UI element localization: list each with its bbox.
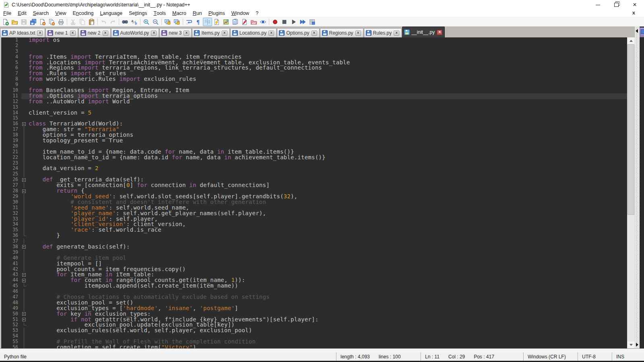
fold-marker-icon[interactable] — [21, 188, 27, 194]
fold-marker-icon[interactable] — [21, 278, 27, 283]
menu-search[interactable]: Search — [30, 10, 52, 17]
menu-help[interactable]: ? — [252, 10, 262, 17]
tab-close-icon[interactable]: × — [70, 31, 76, 36]
vertical-scrollbar[interactable] — [627, 37, 635, 348]
close-button[interactable]: × — [625, 0, 644, 10]
fold-marker-icon[interactable] — [21, 177, 27, 183]
tab-regions.py[interactable]: Regions.py× — [320, 28, 363, 37]
fold-marker-icon[interactable] — [21, 272, 27, 278]
menu-macro[interactable]: Macro — [169, 10, 190, 17]
tab-close-icon[interactable]: × — [184, 31, 189, 36]
cut-button[interactable] — [68, 18, 78, 26]
tab-close-icon[interactable]: × — [151, 31, 157, 36]
scrollbar-thumb[interactable] — [627, 44, 634, 215]
print-button[interactable] — [56, 18, 66, 26]
user-defined-language-button[interactable] — [240, 18, 249, 26]
tab-new-3[interactable]: new 3× — [159, 28, 192, 37]
open-file-button[interactable] — [10, 18, 19, 26]
menu-view[interactable]: View — [52, 10, 69, 17]
find-button[interactable] — [120, 18, 130, 26]
tab-close-icon[interactable]: × — [268, 31, 274, 36]
fold-marker-icon[interactable] — [21, 244, 27, 250]
menu-run[interactable]: Run — [190, 10, 205, 17]
code-line[interactable]: 35 'race': self.world.is_race — [1, 227, 627, 233]
menu-file[interactable]: File — [0, 10, 14, 17]
fold-marker-icon[interactable] — [21, 311, 27, 317]
tab-new-2[interactable]: new 2× — [78, 28, 111, 37]
document-map-button[interactable] — [221, 18, 231, 26]
folder-as-workspace-button[interactable] — [249, 18, 258, 26]
zoom-out-button[interactable] — [151, 18, 160, 26]
zoom-in-button[interactable] — [142, 18, 151, 26]
scroll-down-icon[interactable] — [627, 341, 635, 348]
document-list-button[interactable] — [231, 18, 240, 26]
menu-edit[interactable]: Edit — [14, 10, 30, 17]
code-line[interactable]: 2 — [1, 43, 627, 49]
tab-close-icon[interactable]: × — [37, 31, 43, 36]
code-line[interactable]: 56 completion = self.create_item("Victor… — [1, 345, 627, 348]
macro-run-multiple-button[interactable] — [298, 18, 308, 26]
tab-__init__.py[interactable]: __init__.py× — [402, 27, 445, 37]
code-line[interactable]: 22 location_name_to_id = {name: data.id … — [1, 155, 627, 160]
tab-close-icon[interactable]: × — [312, 31, 317, 36]
undo-button[interactable] — [99, 18, 108, 26]
tab-options.py[interactable]: Options.py× — [277, 28, 319, 37]
macro-play-button[interactable] — [289, 18, 298, 26]
menu-language[interactable]: Language — [97, 10, 126, 17]
status-insert-mode[interactable]: INS — [612, 352, 644, 361]
code-line[interactable]: 12from ..AutoWorld import World — [1, 99, 627, 105]
collapse-left-icon[interactable] — [636, 29, 638, 33]
second-view-tab[interactable] — [640, 27, 644, 37]
tab-close-icon[interactable]: × — [437, 30, 442, 35]
close-all-button[interactable] — [47, 18, 56, 26]
tab-close-icon[interactable]: × — [394, 31, 399, 36]
fold-marker-icon[interactable] — [21, 317, 27, 323]
menu-settings[interactable]: Settings — [126, 10, 150, 17]
tab-autoworld.py[interactable]: AutoWorld.py× — [111, 28, 159, 37]
code-line[interactable]: 19 topology_present = True — [1, 138, 627, 144]
status-encoding[interactable]: UTF-8 — [578, 352, 612, 361]
save-file-button[interactable] — [19, 18, 29, 26]
tab-close-icon[interactable]: × — [103, 31, 108, 36]
scroll-up-icon[interactable] — [627, 37, 635, 44]
tab-rules.py[interactable]: Rules.py× — [364, 28, 402, 37]
tab-close-icon[interactable]: × — [222, 31, 227, 36]
redo-button[interactable] — [108, 18, 118, 26]
tab-close-icon[interactable]: × — [355, 31, 361, 36]
code-editor[interactable]: 1import os234from .Items import Terraria… — [0, 37, 627, 348]
menu-plugins[interactable]: Plugins — [205, 10, 228, 17]
code-line[interactable]: 27 exits = [connection[0] for connection… — [1, 183, 627, 188]
word-wrap-button[interactable] — [184, 18, 194, 26]
macro-stop-button[interactable] — [280, 18, 289, 26]
paste-button[interactable] — [87, 18, 96, 26]
save-all-button[interactable] — [29, 18, 38, 26]
macro-save-button[interactable] — [308, 18, 317, 26]
sync-vertical-scroll-button[interactable] — [163, 18, 172, 26]
show-all-characters-button[interactable]: ¶ — [194, 18, 203, 26]
tab-new-1[interactable]: new 1× — [45, 28, 78, 37]
replace-button[interactable]: ab — [130, 18, 139, 26]
function-list-button[interactable] — [212, 18, 221, 26]
sync-horizontal-scroll-button[interactable] — [172, 18, 182, 26]
menubar-close-icon[interactable]: x — [632, 10, 635, 16]
code-line[interactable]: 8from worlds.generic.Rules import exclus… — [1, 76, 627, 82]
code-line[interactable]: 36 } — [1, 233, 627, 239]
close-file-button[interactable] — [38, 18, 47, 26]
code-line[interactable]: 13 — [1, 105, 627, 110]
code-line[interactable]: 45 itempool.append(self.create_item(item… — [1, 283, 627, 289]
monitoring-button[interactable] — [258, 18, 268, 26]
copy-button[interactable] — [78, 18, 87, 26]
macro-record-button[interactable] — [270, 18, 280, 26]
collapse-right-icon[interactable] — [636, 343, 638, 347]
code-line[interactable]: 14client_version = 5 — [1, 110, 627, 116]
tab-items.py[interactable]: Items.py× — [192, 28, 229, 37]
view-splitter[interactable] — [635, 27, 639, 351]
minimize-button[interactable] — [588, 0, 607, 10]
code-line[interactable]: 38 def generate_basic(self): — [1, 244, 627, 250]
tab-locations.py[interactable]: Locations.py× — [230, 28, 277, 37]
menu-encoding[interactable]: Encoding — [69, 10, 97, 17]
menu-window[interactable]: Window — [228, 10, 252, 17]
code-line[interactable]: 1import os — [1, 37, 627, 43]
menu-tools[interactable]: Tools — [150, 10, 169, 17]
tab-ap-ideas.txt[interactable]: AP Ideas.txt× — [0, 28, 45, 37]
